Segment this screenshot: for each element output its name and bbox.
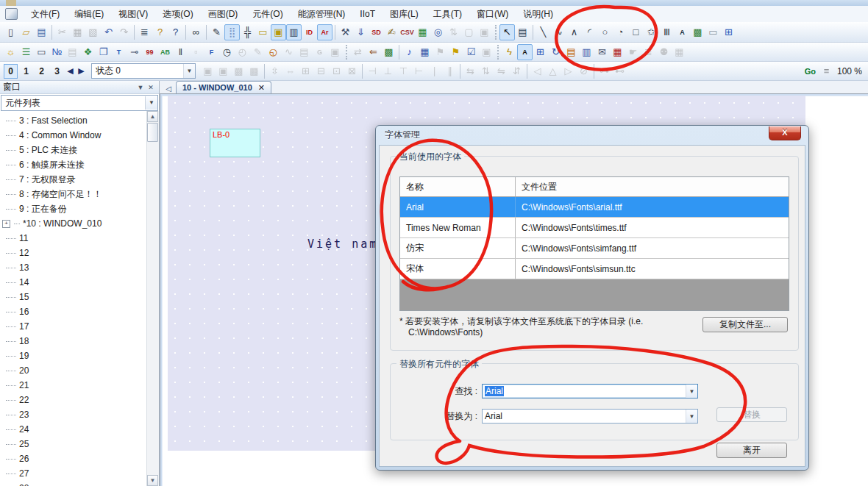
snap-icon[interactable]: ╬ [240,24,255,40]
dialog-close-button[interactable]: X [769,126,801,140]
state-3-button[interactable]: 3 [50,64,64,79]
window-list-item-13[interactable]: 13 [0,260,147,275]
context-help-icon[interactable]: ? [168,24,183,40]
window-list-item-17[interactable]: 17 [0,319,147,334]
layer-icon[interactable]: ≡ [819,63,834,79]
chevron-down-icon[interactable]: ▼ [686,385,697,398]
free-plate-icon[interactable]: ▭ [705,24,721,40]
window-list-item-24[interactable]: 24 [0,422,147,437]
window-list-item-14[interactable]: 14 [0,275,147,290]
undo-icon[interactable]: ↶ [101,24,116,40]
select-arrow-icon[interactable]: ↖ [499,24,515,40]
ellipse-icon[interactable]: ○ [597,24,613,40]
text-field-icon[interactable]: T [111,44,127,60]
id-display-icon[interactable]: ID [302,24,317,40]
menu-item-11[interactable]: 说明(H) [516,7,561,21]
ar-display-icon[interactable]: Ar [317,24,332,40]
comment-icon[interactable]: ▥ [286,24,302,40]
menu-item-4[interactable]: 画图(D) [201,7,246,21]
window-list-item-19[interactable]: 19 [0,349,147,363]
menu-item-10[interactable]: 窗口(W) [469,7,516,21]
find-font-combo[interactable]: Arial ▼ [482,384,698,399]
table-export-icon[interactable]: ▦ [415,24,430,40]
window-list-item-9[interactable]: 9 : 正在备份 [0,201,147,216]
mail-icon[interactable]: ✉ [594,44,610,60]
save-icon[interactable]: ▤ [34,24,49,40]
grid-table-icon[interactable]: ⊞ [721,24,736,40]
window-list-item-6[interactable]: 6 : 触摸屏未连接 [0,157,147,172]
word-lamp-icon[interactable]: ☰ [18,44,34,60]
line-icon[interactable]: ╲ [536,24,551,40]
arc-icon[interactable]: ◜ [582,24,597,40]
window-list-item-10[interactable]: +*10 : WINDOW_010 [0,216,147,231]
function-library-icon[interactable]: ❖ [80,44,96,60]
ascii-display-icon[interactable]: AB [157,44,173,60]
text-icon[interactable]: A [675,24,690,40]
scroll-thumb[interactable] [147,123,158,142]
copy-file-to-button[interactable]: 复制文件至... [702,317,788,332]
bit-lamp-icon[interactable]: ☼ [3,44,18,60]
scroll-down-icon[interactable]: ▼ [147,475,158,486]
event-log-icon[interactable]: ☑ [463,44,479,60]
window-list-item-21[interactable]: 21 [0,378,147,393]
window-list-item-18[interactable]: 18 [0,334,147,349]
object-properties-icon[interactable]: ▤ [515,24,530,40]
find-icon[interactable]: ∞ [188,24,204,40]
sidebar-scrollbar[interactable]: ▲ ▼ [146,111,159,486]
window-list-item-4[interactable]: 4 : Common Window [0,128,147,143]
window-list-item-20[interactable]: 20 [0,363,147,378]
sd-download-icon[interactable]: SD [369,24,384,40]
window-list-item-11[interactable]: 11 [0,231,147,246]
sign-icon[interactable]: ✍ [384,24,399,40]
new-file-icon[interactable]: ▯ [3,24,18,40]
font-table-row-2[interactable]: 仿宋C:\Windows\Fonts\simfang.ttf [400,238,789,259]
state-1-button[interactable]: 1 [19,64,33,79]
window-list-item-26[interactable]: 26 [0,451,147,466]
font-table-row-1[interactable]: Times New RomanC:\Windows\Fonts\times.tt… [400,218,789,238]
menu-item-7[interactable]: IIoT [352,7,383,21]
scheduler-icon[interactable]: ▤ [563,44,579,60]
menu-item-3[interactable]: 选项(O) [155,7,200,21]
window-overlap-icon[interactable]: ▣ [271,24,286,40]
menu-item-0[interactable]: 文件(F) [24,7,67,21]
window-list-item-25[interactable]: 25 [0,437,147,451]
expand-icon[interactable]: + [2,220,10,228]
screen-edit-icon[interactable]: ❐ [96,44,111,60]
open-file-icon[interactable]: ▱ [18,24,34,40]
column-header-path[interactable]: 文件位置 [516,177,789,196]
print-icon[interactable]: ≣ [137,24,152,40]
numeric-display-icon[interactable]: 99 [142,44,157,60]
chevron-down-icon[interactable]: ▼ [183,64,195,78]
state-prev-icon[interactable]: ◀ [65,66,76,76]
monitor-icon[interactable]: ◎ [430,24,446,40]
clock-icon[interactable]: ◷ [219,44,235,60]
tab-close-icon[interactable]: ✕ [258,83,265,93]
set-word-icon[interactable]: № [49,44,65,60]
calendar-icon[interactable]: ▦ [610,44,625,60]
state-select-combo[interactable]: 状态 0 ▼ [91,63,196,79]
state-2-button[interactable]: 2 [35,64,49,79]
font-table-row-3[interactable]: 宋体C:\Windows\Fonts\simsun.ttc [400,259,789,279]
window-frame-icon[interactable]: ▭ [255,24,271,40]
font-manager-icon[interactable]: A [517,44,533,60]
bezier-icon[interactable]: ∿ [551,24,566,40]
alarm-clock-icon[interactable]: ◵ [266,44,281,60]
window-list-item-27[interactable]: 27 [0,466,147,481]
label-element-lb0[interactable]: LB-0 [210,129,260,157]
pie-icon[interactable]: ◔ [613,24,628,40]
recipe-icon[interactable]: ↻ [548,44,563,60]
window-list-item-15[interactable]: 15 [0,290,147,304]
csv-icon[interactable]: CSV [399,24,415,40]
scale-icon[interactable]: Ⅲ [659,24,675,40]
recipe-view-icon[interactable]: ▥ [579,44,594,60]
grid-icon[interactable]: ⣿ [224,24,240,40]
help-icon[interactable]: ? [152,24,168,40]
window-list-item-16[interactable]: 16 [0,304,147,319]
compile-icon[interactable]: ⚒ [338,24,353,40]
tab-window-010[interactable]: 10 - WINDOW_010 ✕ [176,81,271,93]
set-bit-icon[interactable]: ▭ [34,44,49,60]
picture-icon[interactable]: ▩ [690,24,705,40]
panel-close-icon[interactable]: ✕ [146,84,156,91]
image-import-icon[interactable]: ▩ [381,44,396,60]
font-table-row-0[interactable]: ArialC:\Windows\Fonts\arial.ttf [400,197,789,218]
